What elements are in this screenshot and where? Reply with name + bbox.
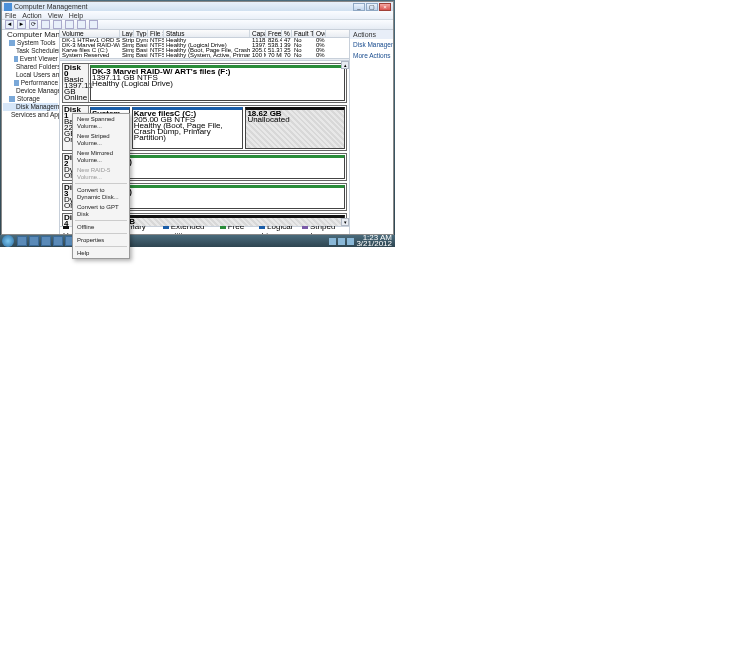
forward-button[interactable]: ► xyxy=(17,20,26,29)
tree-item[interactable]: Device Manager xyxy=(3,87,58,95)
tool-button-4[interactable] xyxy=(77,20,86,29)
tree-item[interactable]: Local Users and... xyxy=(3,71,58,79)
actions-pane: Actions Disk Management More Actions xyxy=(349,30,393,234)
actions-item-disk[interactable]: Disk Management xyxy=(350,39,393,50)
computer-management-window: Computer Management _ ▢ × File Action Vi… xyxy=(1,1,394,235)
tree-item[interactable]: Storage xyxy=(3,95,58,103)
taskbar-icon-1[interactable] xyxy=(17,236,27,246)
tree-item[interactable]: Performance xyxy=(3,79,58,87)
clock[interactable]: 1:23 AM 3/21/2012 xyxy=(356,235,392,247)
refresh-button[interactable]: ⟳ xyxy=(29,20,38,29)
maximize-button[interactable]: ▢ xyxy=(366,3,378,11)
partition[interactable]: Karve filesC (C:)205.00 GB NTFSHealthy (… xyxy=(132,107,244,149)
tree-item[interactable]: Task Scheduler xyxy=(3,47,58,55)
taskbar[interactable]: 1:23 AM 3/21/2012 xyxy=(0,235,395,247)
close-button[interactable]: × xyxy=(379,3,391,11)
taskbar-icon-2[interactable] xyxy=(29,236,39,246)
tool-button-2[interactable] xyxy=(53,20,62,29)
tree-item[interactable]: System Tools xyxy=(3,39,58,47)
tool-button-1[interactable] xyxy=(41,20,50,29)
tree-icon xyxy=(9,96,15,102)
context-menu-item[interactable]: Convert to GPT Disk xyxy=(73,202,129,219)
actions-header: Actions xyxy=(350,30,393,39)
scroll-down[interactable]: ▾ xyxy=(341,218,349,226)
tool-button-3[interactable] xyxy=(65,20,74,29)
disk-row[interactable]: Disk 0Basic1397.11 GBOnlineDK-3 Marvel R… xyxy=(62,63,347,103)
volume-grid[interactable]: DK-1 HTRev1 ORD Scratch files (I:)Stripe… xyxy=(60,38,349,58)
toolbar: ◄ ► ⟳ xyxy=(2,20,393,30)
tree-icon xyxy=(9,40,15,46)
menu-view[interactable]: View xyxy=(48,11,63,19)
actions-item-more[interactable]: More Actions xyxy=(350,50,393,61)
tree-item[interactable]: Disk Management xyxy=(3,103,58,111)
context-menu-item[interactable]: New Striped Volume... xyxy=(73,131,129,148)
menu-action[interactable]: Action xyxy=(22,11,41,19)
tray-icon-1[interactable] xyxy=(329,238,336,245)
tool-button-5[interactable] xyxy=(89,20,98,29)
context-menu-item[interactable]: Properties xyxy=(73,235,129,245)
app-icon xyxy=(4,3,12,11)
col-header[interactable]: Volume xyxy=(60,30,120,37)
start-button[interactable] xyxy=(2,235,14,247)
context-menu-item[interactable]: Offline xyxy=(73,222,129,232)
context-menu-item[interactable]: New Spanned Volume... xyxy=(73,114,129,131)
volume-grid-header[interactable]: VolumeLayoutTypeFile SystemStatusCapacit… xyxy=(60,30,349,38)
col-header[interactable]: Overhe xyxy=(314,30,326,37)
nav-tree[interactable]: Computer Management (Local) System Tools… xyxy=(2,30,60,234)
col-header[interactable]: Type xyxy=(134,30,148,37)
minimize-button[interactable]: _ xyxy=(353,3,365,11)
col-header[interactable]: Fault Tolerance xyxy=(292,30,314,37)
partition[interactable]: DK-3 Marvel RAID-W/ ART's files (F:)1397… xyxy=(90,65,345,101)
tree-icon xyxy=(14,56,18,62)
tree-item[interactable]: Event Viewer xyxy=(3,55,58,63)
context-menu-item: New RAID-5 Volume... xyxy=(73,165,129,182)
disk-info[interactable]: Disk 0Basic1397.11 GBOnline xyxy=(63,64,89,102)
window-title: Computer Management xyxy=(14,3,353,10)
tree-item[interactable]: Shared Folders xyxy=(3,63,58,71)
col-header[interactable]: Free Space xyxy=(266,30,282,37)
tree-icon xyxy=(14,80,19,86)
taskbar-icon-4[interactable] xyxy=(53,236,63,246)
titlebar[interactable]: Computer Management _ ▢ × xyxy=(2,2,393,11)
col-header[interactable]: % Free xyxy=(282,30,292,37)
tray-icon-2[interactable] xyxy=(338,238,345,245)
back-button[interactable]: ◄ xyxy=(5,20,14,29)
tree-root[interactable]: Computer Management (Local) xyxy=(3,31,58,39)
menu-help[interactable]: Help xyxy=(69,11,83,19)
col-header[interactable]: Capacity xyxy=(250,30,266,37)
partition[interactable]: 18.62 GBUnallocated xyxy=(245,107,345,149)
scroll-up[interactable]: ▴ xyxy=(341,61,349,69)
tree-item[interactable]: Services and Applications xyxy=(3,111,58,119)
tray-icon-3[interactable] xyxy=(347,238,354,245)
context-menu-item[interactable]: Help xyxy=(73,248,129,258)
menubar: File Action View Help xyxy=(2,11,393,20)
context-menu-item[interactable]: New Mirrored Volume... xyxy=(73,148,129,165)
menu-file[interactable]: File xyxy=(5,11,16,19)
col-header[interactable]: Status xyxy=(164,30,250,37)
taskbar-icon-3[interactable] xyxy=(41,236,51,246)
context-menu: New Spanned Volume...New Striped Volume.… xyxy=(72,113,130,259)
col-header[interactable]: Layout xyxy=(120,30,134,37)
context-menu-item[interactable]: Convert to Dynamic Disk... xyxy=(73,185,129,202)
col-header[interactable]: File System xyxy=(148,30,164,37)
